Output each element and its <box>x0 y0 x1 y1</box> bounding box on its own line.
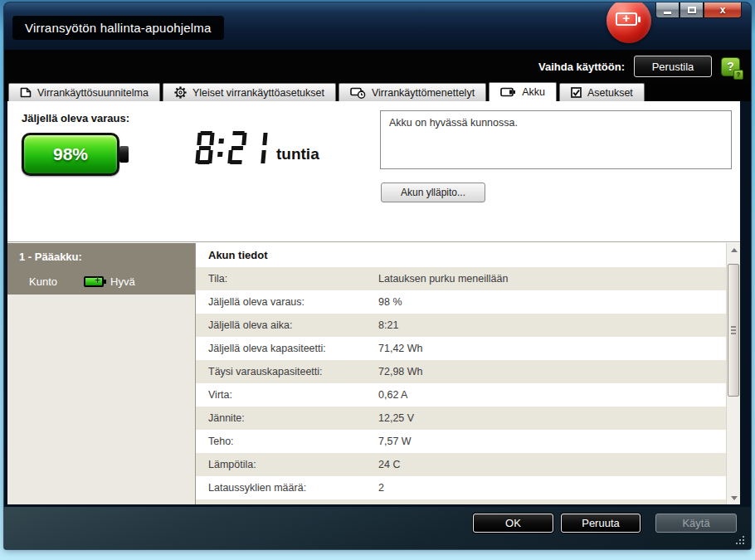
arrow-down-icon <box>731 496 738 500</box>
battery-detail-split: 1 - Pääakku: Kunto + Hyvä Akun tiedot <box>7 243 740 504</box>
tab-label: Virrankäyttösuunnitelma <box>37 87 149 99</box>
battery-list-item-selected[interactable]: 1 - Pääakku: Kunto + Hyvä <box>7 243 195 295</box>
battery-clock-icon <box>350 87 366 99</box>
row-label: Jännite: <box>208 412 378 424</box>
row-value: 71,42 Wh <box>378 343 423 354</box>
minimize-button[interactable] <box>655 2 680 18</box>
battery-charge-indicator: 98% <box>22 133 119 176</box>
battery-tab-content: Jäljellä oleva varaus: 98% tuntia Akku o… <box>7 101 740 504</box>
scrollbar-thumb[interactable] <box>728 264 739 397</box>
tab-label: Asetukset <box>587 87 633 99</box>
battery-maintenance-button[interactable]: Akun ylläpito... <box>381 183 485 202</box>
row-label: Teho: <box>208 436 378 447</box>
row-value: 7,57 W <box>378 436 412 447</box>
time-unit-label: tuntia <box>276 145 319 164</box>
tab-settings[interactable]: Asetukset <box>559 83 645 101</box>
charge-percent: 98% <box>53 144 88 164</box>
table-row: Jäljellä oleva aika: 8:21 <box>196 314 740 337</box>
battery-list-panel: 1 - Pääakku: Kunto + Hyvä <box>7 243 196 504</box>
details-scrollbar[interactable] <box>726 243 740 504</box>
condition-label: Kunto <box>19 275 84 288</box>
footer-bar: OK Peruuta Käytä <box>4 507 751 549</box>
row-label: Jäljellä oleva kapasiteetti: <box>208 343 378 354</box>
row-label: Lataussyklien määrä: <box>208 482 378 494</box>
seven-segment-clock <box>195 131 267 164</box>
resize-grip[interactable] <box>743 543 744 544</box>
row-label: Jäljellä oleva aika: <box>208 319 378 331</box>
maximize-icon <box>688 7 696 13</box>
table-row: Jäljellä oleva varaus: 98 % <box>196 290 740 314</box>
tab-power-policies[interactable]: Virrankäyttömenettelyt <box>339 83 486 101</box>
help-icon[interactable]: ? ? <box>721 57 740 76</box>
tab-battery[interactable]: Akku <box>489 82 557 101</box>
power-manager-window: Virransyötön hallinta-apuohjelma + x Vai… <box>4 2 751 549</box>
row-label: Tila: <box>208 273 378 285</box>
table-row: Lataussyklien määrä: 2 <box>196 476 740 499</box>
row-value: 2 <box>378 482 384 494</box>
table-row: Täysi varauskapasiteetti: 72,98 Wh <box>196 360 740 383</box>
row-label: Lämpötila: <box>208 459 378 470</box>
table-row: Tila: Latauksen purku meneillään <box>196 267 740 290</box>
power-plan-icon <box>20 87 32 98</box>
apply-button[interactable]: Käytä <box>655 514 737 533</box>
plus-glyph: + <box>95 275 100 286</box>
row-value: 24 C <box>378 459 400 470</box>
title-bar: Virransyötön hallinta-apuohjelma + x <box>4 2 751 50</box>
scroll-down-button[interactable] <box>727 491 740 504</box>
battery-condition-row: Kunto + Hyvä <box>19 275 195 288</box>
tab-global-power-settings[interactable]: Yleiset virrankäyttöasetukset <box>163 83 336 101</box>
row-value: Latauksen purku meneillään <box>378 273 508 285</box>
condition-value: Hyvä <box>110 275 135 288</box>
battery-details-panel: Akun tiedot Tila: Latauksen purku meneil… <box>196 243 740 504</box>
battery-status-box: Akku on hyvässä kunnossa. <box>380 110 732 169</box>
arrow-up-icon <box>731 248 738 252</box>
row-value: 12,25 V <box>378 412 414 424</box>
table-row: Jännite: 12,25 V <box>196 407 740 430</box>
row-label: Virta: <box>208 389 378 401</box>
desktop-aero-frame: Virransyötön hallinta-apuohjelma + x Vai… <box>0 0 755 560</box>
battery-app-icon: + <box>606 2 651 43</box>
battery-item-title: 1 - Pääakku: <box>19 251 195 263</box>
remaining-charge-label: Jäljellä oleva varaus: <box>22 112 129 124</box>
maximize-button[interactable] <box>680 2 704 18</box>
basic-mode-button[interactable]: Perustila <box>634 56 712 77</box>
cancel-button[interactable]: Peruuta <box>561 514 641 533</box>
checkbox-icon <box>571 87 582 98</box>
mini-battery-icon: + <box>84 276 104 287</box>
battery-overview-section: Jäljellä oleva varaus: 98% tuntia Akku o… <box>7 101 740 242</box>
tab-power-plan[interactable]: Virrankäyttösuunnitelma <box>8 83 160 101</box>
mode-switch-label: Vaihda käyttöön: <box>538 61 625 73</box>
tab-label: Akku <box>522 86 545 98</box>
time-remaining-display: tuntia <box>197 131 319 164</box>
gear-icon <box>174 86 187 99</box>
minimize-icon <box>664 12 671 14</box>
window-title: Virransyötön hallinta-apuohjelma <box>12 16 224 40</box>
details-title: Akun tiedot <box>196 243 740 267</box>
table-row: Teho: 7,57 W <box>196 430 740 453</box>
row-label: Jäljellä oleva varaus: <box>208 296 378 308</box>
row-value: 8:21 <box>378 319 398 331</box>
close-button[interactable]: x <box>704 2 742 18</box>
table-row: Virta: 0,62 A <box>196 383 740 407</box>
help-badge-icon: ? <box>733 70 743 80</box>
close-icon: x <box>720 5 726 15</box>
row-value: 0,62 A <box>378 389 407 401</box>
scroll-up-button[interactable] <box>727 243 740 256</box>
plus-glyph: + <box>606 12 646 25</box>
row-value: 98 % <box>378 296 402 308</box>
table-row: Jäljellä oleva kapasiteetti: 71,42 Wh <box>196 337 740 360</box>
battery-details-table: Tila: Latauksen purku meneillään Jäljell… <box>196 267 740 504</box>
tab-strip: Virrankäyttösuunnitelma <box>4 83 751 101</box>
ok-button[interactable]: OK <box>473 514 553 533</box>
tab-label: Yleiset virrankäyttöasetukset <box>192 87 324 99</box>
battery-icon <box>500 87 516 97</box>
command-bar: Vaihda käyttöön: Perustila ? ? <box>4 50 751 83</box>
tab-label: Virrankäyttömenettelyt <box>372 87 475 99</box>
row-value: 72,98 Wh <box>378 366 423 377</box>
window-controls: x <box>655 2 742 18</box>
table-row: Lämpötila: 24 C <box>196 453 740 476</box>
row-label: Täysi varauskapasiteetti: <box>208 366 378 377</box>
